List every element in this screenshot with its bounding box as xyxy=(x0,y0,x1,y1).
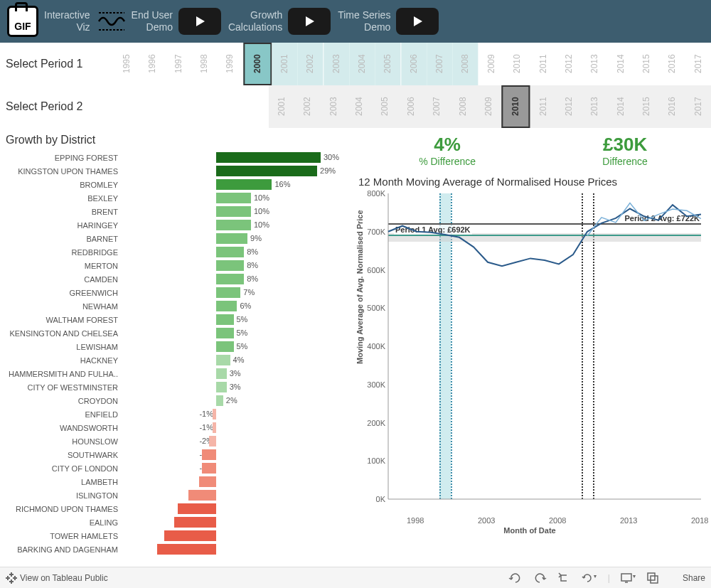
year-cell-2003[interactable]: 2003 xyxy=(324,43,349,85)
year-cell-2010[interactable]: 2010 xyxy=(501,85,530,128)
year-cell-2005[interactable]: 2005 xyxy=(375,43,400,85)
bar[interactable] xyxy=(216,152,321,163)
year-cell-1996[interactable]: 1996 xyxy=(139,43,165,85)
year-cell-2005[interactable]: 2005 xyxy=(372,85,397,128)
bar[interactable] xyxy=(178,503,216,514)
bar[interactable] xyxy=(216,382,227,392)
kpi-percent: 4% % Difference xyxy=(419,134,476,167)
bar-value: 2% xyxy=(226,396,237,405)
bar-value: 8% xyxy=(247,247,258,256)
year-cell-2004[interactable]: 2004 xyxy=(349,43,375,85)
bar[interactable] xyxy=(216,206,251,217)
year-cell-2001[interactable]: 2001 xyxy=(269,85,294,128)
bar[interactable] xyxy=(216,368,227,379)
year-cell-2017[interactable]: 2017 xyxy=(685,43,711,85)
bar[interactable] xyxy=(157,544,216,555)
bar[interactable] xyxy=(216,220,251,230)
year-cell-2017[interactable]: 2017 xyxy=(685,85,711,128)
year-cell-2002[interactable]: 2002 xyxy=(294,85,320,128)
year-cell-1995[interactable]: 1995 xyxy=(114,43,139,85)
bar[interactable] xyxy=(216,341,234,352)
year-cell-2011[interactable]: 2011 xyxy=(530,43,556,85)
bar[interactable] xyxy=(188,490,216,501)
nav-end-user-demo[interactable]: End UserDemo xyxy=(97,8,221,35)
bar[interactable] xyxy=(216,247,244,257)
nav-growth-calculations[interactable]: GrowthCalculations xyxy=(228,8,331,35)
refresh-icon[interactable] xyxy=(581,572,598,584)
year-cell-2008[interactable]: 2008 xyxy=(452,43,478,85)
bar[interactable] xyxy=(216,193,251,203)
year-cell-2004[interactable]: 2004 xyxy=(346,85,372,128)
bar-area: -1% xyxy=(122,422,356,433)
revert-icon[interactable] xyxy=(557,572,571,584)
bar[interactable] xyxy=(216,287,240,298)
year-cell-1997[interactable]: 1997 xyxy=(166,43,191,85)
bar[interactable] xyxy=(202,449,216,460)
bar[interactable] xyxy=(216,395,223,406)
bar[interactable] xyxy=(199,476,217,487)
year-cell-2013[interactable]: 2013 xyxy=(582,85,607,128)
year-cell-2006[interactable]: 2006 xyxy=(401,43,427,85)
redo-icon[interactable] xyxy=(533,572,547,584)
bar-area: 10% xyxy=(122,220,356,230)
bar[interactable] xyxy=(213,409,216,419)
growth-bar-chart[interactable]: EPPING FOREST30%KINGSTON UPON THAMES29%B… xyxy=(0,151,356,556)
district-label: HARINGEY xyxy=(0,221,122,230)
year-cell-2009[interactable]: 2009 xyxy=(479,43,504,85)
year-cell-2012[interactable]: 2012 xyxy=(556,85,582,128)
bar[interactable] xyxy=(216,260,244,271)
bar[interactable] xyxy=(202,463,216,474)
period1-year-strip[interactable]: 1995199619971998199920002001200220032004… xyxy=(114,43,711,85)
district-label: RICHMOND UPON THAMES xyxy=(0,505,122,513)
year-cell-2010[interactable]: 2010 xyxy=(504,43,530,85)
bar[interactable] xyxy=(216,274,244,284)
bar[interactable] xyxy=(216,314,234,325)
year-cell-2007[interactable]: 2007 xyxy=(424,85,449,128)
bar[interactable] xyxy=(216,233,247,244)
undo-icon[interactable] xyxy=(508,572,523,584)
period2-year-strip[interactable]: 2001200220032004200520062007200820092010… xyxy=(269,85,711,128)
bar-value: 30% xyxy=(324,153,339,161)
district-label: SOUTHWARK xyxy=(0,451,122,459)
nav-time-series-demo[interactable]: Time SeriesDemo xyxy=(338,8,439,35)
year-cell-1999[interactable]: 1999 xyxy=(217,43,242,85)
bar[interactable] xyxy=(216,328,234,338)
year-cell-2014[interactable]: 2014 xyxy=(608,43,634,85)
year-cell-2008[interactable]: 2008 xyxy=(450,85,476,128)
line-chart[interactable]: 0K100K200K300K400K500K600K700K800K199820… xyxy=(356,193,704,535)
year-cell-2013[interactable]: 2013 xyxy=(582,43,607,85)
device-preview-icon[interactable] xyxy=(620,572,637,584)
bar[interactable] xyxy=(174,517,216,528)
year-cell-2002[interactable]: 2002 xyxy=(297,43,323,85)
district-label: BEXLEY xyxy=(0,194,122,203)
year-cell-1998[interactable]: 1998 xyxy=(191,43,217,85)
year-cell-2006[interactable]: 2006 xyxy=(398,85,424,128)
bar[interactable] xyxy=(216,179,272,190)
bar-value: -1% xyxy=(188,423,213,432)
bar[interactable] xyxy=(216,166,317,176)
year-cell-2000[interactable]: 2000 xyxy=(243,43,272,85)
year-cell-2003[interactable]: 2003 xyxy=(321,85,346,128)
year-cell-2007[interactable]: 2007 xyxy=(427,43,452,85)
bar[interactable] xyxy=(216,355,230,365)
bar[interactable] xyxy=(209,436,216,447)
bar[interactable] xyxy=(213,422,216,433)
year-cell-2016[interactable]: 2016 xyxy=(659,43,685,85)
year-cell-2015[interactable]: 2015 xyxy=(634,85,659,128)
year-cell-2016[interactable]: 2016 xyxy=(659,85,685,128)
fullscreen-icon[interactable] xyxy=(647,572,658,584)
year-cell-2009[interactable]: 2009 xyxy=(476,85,501,128)
year-cell-2015[interactable]: 2015 xyxy=(634,43,659,85)
year-cell-2001[interactable]: 2001 xyxy=(272,43,297,85)
bar[interactable] xyxy=(164,530,217,541)
nav-interactive-viz[interactable]: GIF InteractiveViz xyxy=(7,6,90,37)
share-button[interactable]: Share xyxy=(668,572,705,584)
view-on-tableau-button[interactable]: View on Tableau Public xyxy=(6,572,108,584)
year-cell-2012[interactable]: 2012 xyxy=(556,43,582,85)
year-cell-2011[interactable]: 2011 xyxy=(530,85,556,128)
bar-area: 29% xyxy=(122,166,356,176)
year-cell-2014[interactable]: 2014 xyxy=(608,85,634,128)
bar-row: HOUNSLOW-2% xyxy=(0,434,356,448)
district-label: LAMBETH xyxy=(0,478,122,486)
bar[interactable] xyxy=(216,301,237,311)
